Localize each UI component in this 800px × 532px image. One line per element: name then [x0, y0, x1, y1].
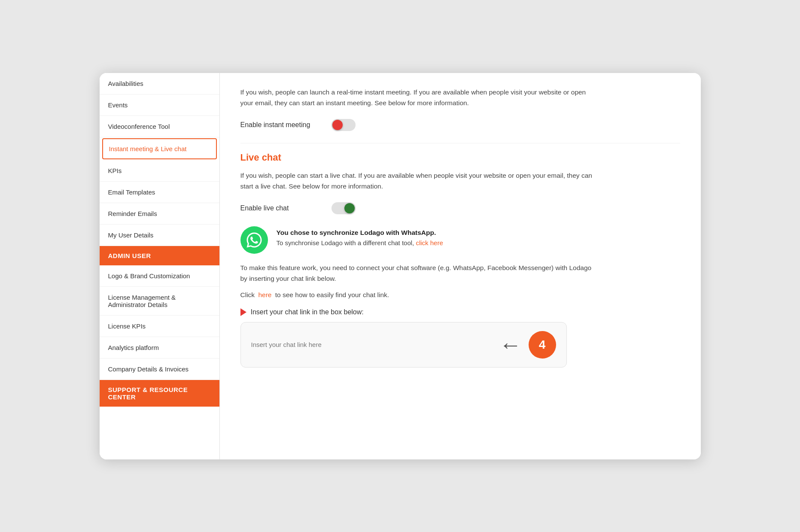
sidebar-item-analytics-platform[interactable]: Analytics platform	[100, 337, 219, 359]
live-chat-label: Enable live chat	[240, 204, 318, 212]
main-content: If you wish, people can launch a real-ti…	[220, 73, 701, 459]
whatsapp-text-block: You chose to synchronize Lodago with Wha…	[277, 226, 443, 246]
instant-meeting-toggle-row: Enable instant meeting	[240, 119, 680, 131]
whatsapp-bold-text: You chose to synchronize Lodago with Wha…	[277, 229, 443, 237]
sidebar: Availabilities Events Videoconference To…	[100, 73, 220, 459]
sidebar-item-videoconference-tool[interactable]: Videoconference Tool	[100, 116, 219, 137]
insert-label-row: Insert your chat link in the box below:	[240, 308, 680, 316]
live-chat-toggle[interactable]	[332, 202, 356, 214]
left-arrow-icon: ←	[499, 334, 522, 356]
section-divider-1	[240, 143, 680, 143]
live-chat-description: If you wish, people can start a live cha…	[240, 170, 593, 192]
sidebar-item-events[interactable]: Events	[100, 94, 219, 116]
support-resource-header: SUPPORT & RESOURCE CENTER	[100, 380, 219, 407]
sidebar-item-license-kpis[interactable]: License KPIs	[100, 316, 219, 337]
triangle-icon	[240, 308, 246, 316]
step-badge: 4	[529, 331, 556, 359]
whatsapp-click-here-link[interactable]: click here	[416, 239, 443, 246]
sidebar-item-instant-meeting-live-chat[interactable]: Instant meeting & Live chat	[102, 138, 217, 159]
chat-link-input-container: ← 4	[240, 322, 567, 368]
sidebar-item-kpis[interactable]: KPIs	[100, 160, 219, 182]
arrow-badge-group: ← 4	[499, 331, 556, 359]
instant-meeting-track	[332, 119, 356, 131]
live-chat-thumb	[344, 203, 355, 213]
sidebar-item-company-details[interactable]: Company Details & Invoices	[100, 359, 219, 380]
sidebar-item-logo-brand[interactable]: Logo & Brand Customization	[100, 265, 219, 287]
connect-text: To make this feature work, you need to c…	[240, 262, 593, 284]
live-chat-title: Live chat	[240, 152, 680, 163]
sidebar-item-reminder-emails[interactable]: Reminder Emails	[100, 203, 219, 225]
sidebar-item-my-user-details[interactable]: My User Details	[100, 225, 219, 246]
insert-label-text: Insert your chat link in the box below:	[251, 308, 364, 316]
instant-meeting-thumb	[332, 120, 343, 130]
click-here-text: Click here to see how to easily find you…	[240, 291, 680, 299]
instant-meeting-description: If you wish, people can launch a real-ti…	[240, 87, 593, 109]
whatsapp-card: You chose to synchronize Lodago with Wha…	[240, 226, 541, 254]
instant-meeting-label: Enable instant meeting	[240, 121, 318, 129]
sidebar-item-email-templates[interactable]: Email Templates	[100, 182, 219, 203]
live-chat-toggle-row: Enable live chat	[240, 202, 680, 214]
admin-user-header: ADMIN USER	[100, 246, 219, 265]
whatsapp-icon	[240, 226, 268, 254]
sidebar-item-availabilities[interactable]: Availabilities	[100, 73, 219, 94]
whatsapp-svg	[246, 231, 263, 249]
instant-meeting-toggle[interactable]	[332, 119, 356, 131]
whatsapp-sub-text: To synchronise Lodago with a different c…	[277, 239, 443, 246]
find-chat-link[interactable]: here	[258, 291, 271, 298]
live-chat-track	[332, 202, 356, 214]
chat-link-input[interactable]	[251, 341, 493, 348]
sidebar-item-license-management[interactable]: License Management & Administrator Detai…	[100, 287, 219, 316]
